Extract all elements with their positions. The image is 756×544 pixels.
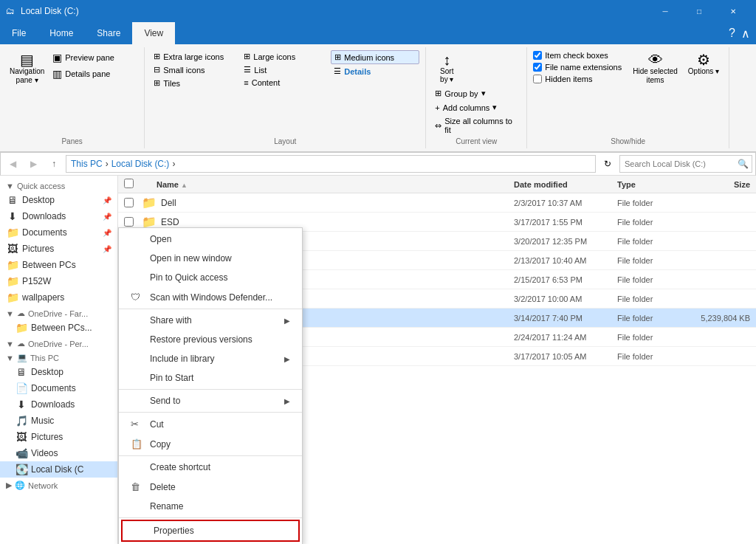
ctx-cut[interactable]: ✂Cut — [119, 414, 302, 434]
file-name-extensions-checkbox[interactable]: File name extensions — [533, 62, 622, 72]
help-icon[interactable]: ? — [729, 27, 735, 40]
options-button[interactable]: ⚙ Options ▾ — [684, 50, 723, 87]
onedrive1-header[interactable]: ▼ ☁ OneDrive - Far... — [0, 306, 117, 320]
delete-icon: 🗑 — [131, 481, 145, 492]
tab-view[interactable]: View — [132, 22, 175, 44]
content-button[interactable]: ≡Content — [241, 77, 329, 89]
sidebar-this-pc-desktop[interactable]: 🖥 Desktop — [0, 364, 117, 380]
sort-icon: ↕ — [443, 52, 450, 67]
col-name-header[interactable]: Name ▲ — [142, 180, 514, 189]
hide-selected-items-button[interactable]: 👁 Hide selecteditems — [629, 50, 681, 87]
large-icons-button[interactable]: ⊞Large icons — [241, 50, 329, 63]
tab-home[interactable]: Home — [38, 22, 85, 44]
list-button[interactable]: ☰List — [241, 63, 329, 76]
sidebar-item-pictures[interactable]: 🖼 Pictures 📌 — [0, 241, 117, 257]
medium-icons-button[interactable]: ⊞Medium icons — [331, 50, 419, 64]
maximize-button[interactable]: □ — [682, 0, 716, 22]
close-button[interactable]: ✕ — [716, 0, 750, 22]
row-date: 3/14/2017 7:40 PM — [514, 314, 617, 323]
address-path[interactable]: This PC › Local Disk (C:) › — [66, 155, 596, 173]
item-check-boxes-checkbox[interactable]: Item check boxes — [533, 50, 622, 61]
ctx-rename[interactable]: Rename — [119, 497, 302, 516]
minimize-button[interactable]: ─ — [648, 0, 682, 22]
ctx-pin-start[interactable]: Pin to Start — [119, 368, 302, 388]
path-this-pc[interactable]: This PC — [71, 159, 103, 169]
address-bar: ◀ ▶ ↑ This PC › Local Disk (C:) › ↻ 🔍 — [0, 152, 756, 176]
sidebar-item-between-pcs[interactable]: 📁 Between PCs — [0, 257, 117, 273]
search-input[interactable] — [620, 159, 734, 168]
ctx-restore-versions[interactable]: Restore previous versions — [119, 330, 302, 349]
this-pc-header[interactable]: ▼ 💻 This PC — [0, 350, 117, 364]
select-all-checkbox[interactable] — [124, 179, 134, 188]
sidebar-item-wallpapers[interactable]: 📁 wallpapers — [0, 289, 117, 306]
details-pane-button[interactable]: ▥ Details pane — [49, 66, 138, 81]
back-button[interactable]: ◀ — [4, 155, 21, 173]
folder-icon: 📁 — [6, 275, 19, 287]
row-type: File folder — [617, 237, 691, 246]
ctx-open-new-window[interactable]: Open in new window — [119, 249, 302, 268]
ctx-pin-quick-access[interactable]: Pin to Quick access — [119, 268, 302, 287]
ctx-share-with[interactable]: Share with▶ — [119, 311, 302, 330]
row-check[interactable] — [124, 198, 142, 207]
sidebar-this-pc-downloads[interactable]: ⬇ Downloads — [0, 396, 117, 413]
sidebar-this-pc-videos[interactable]: 📹 Videos — [0, 445, 117, 461]
onedrive2-header[interactable]: ▼ ☁ OneDrive - Per... — [0, 336, 117, 350]
sidebar-this-pc-documents[interactable]: 📄 Documents — [0, 380, 117, 396]
window-title: Local Disk (C:) — [21, 6, 648, 16]
sidebar-item-downloads[interactable]: ⬇ Downloads 📌 — [0, 208, 117, 224]
tiles-button[interactable]: ⊞Tiles — [151, 77, 239, 89]
hidden-items-input[interactable] — [533, 75, 542, 83]
row-check[interactable] — [124, 217, 142, 227]
sidebar-item-between-pcs-od[interactable]: 📁 Between PCs... — [0, 320, 117, 336]
add-columns-button[interactable]: +Add columns▾ — [432, 101, 520, 114]
quick-access-header[interactable]: ▼ Quick access — [0, 179, 117, 192]
details-button[interactable]: ☰Details — [331, 65, 419, 78]
small-icons-button[interactable]: ⊟Small icons — [151, 63, 239, 76]
tab-share[interactable]: Share — [85, 22, 132, 44]
sidebar-this-pc-local-disk[interactable]: 💽 Local Disk (C — [0, 461, 117, 478]
row-date: 3/17/2017 1:55 PM — [514, 218, 617, 227]
extra-large-icons-button[interactable]: ⊞Extra large icons — [151, 50, 239, 63]
forward-button[interactable]: ▶ — [24, 155, 42, 173]
sort-by-button[interactable]: ↕ Sortby ▾ — [432, 50, 461, 86]
row-type: File folder — [617, 218, 691, 227]
path-local-disk[interactable]: Local Disk (C:) — [111, 159, 170, 169]
downloads-icon: ⬇ — [15, 399, 28, 410]
ctx-send-to[interactable]: Send to▶ — [119, 391, 302, 410]
size-all-columns-button[interactable]: ⇔Size all columns to fit — [432, 115, 520, 136]
navigation-pane-button[interactable]: ▤ Navigationpane ▾ — [6, 50, 48, 87]
ctx-include-library[interactable]: Include in library▶ — [119, 349, 302, 368]
sidebar-this-pc-music[interactable]: 🎵 Music — [0, 413, 117, 429]
options-icon: ⚙ — [697, 52, 710, 67]
ctx-scan-defender[interactable]: 🛡Scan with Windows Defender... — [119, 287, 302, 307]
ctx-sep2 — [119, 389, 302, 390]
sidebar-item-desktop[interactable]: 🖥 Desktop 📌 — [0, 192, 117, 208]
col-size-header[interactable]: Size — [691, 180, 750, 189]
search-icon[interactable]: 🔍 — [734, 155, 752, 173]
ctx-properties[interactable]: Properties — [121, 520, 300, 542]
group-by-button[interactable]: ⊞Group by▾ — [432, 87, 520, 100]
up-button[interactable]: ↑ — [45, 155, 63, 173]
refresh-button[interactable]: ↻ — [599, 155, 616, 173]
sidebar-item-p152w[interactable]: 📁 P152W — [0, 273, 117, 289]
hidden-items-checkbox[interactable]: Hidden items — [533, 74, 622, 84]
ctx-copy[interactable]: 📋Copy — [119, 434, 302, 454]
item-check-boxes-input[interactable] — [533, 51, 542, 60]
sidebar-this-pc-pictures[interactable]: 🖼 Pictures — [0, 429, 117, 445]
file-name-extensions-input[interactable] — [533, 63, 542, 72]
sidebar-item-documents[interactable]: 📁 Documents 📌 — [0, 224, 117, 241]
tab-file[interactable]: File — [0, 22, 38, 44]
ctx-delete[interactable]: 🗑Delete — [119, 477, 302, 497]
downloads-icon: ⬇ — [6, 210, 19, 222]
ctx-open[interactable]: Open — [119, 230, 302, 249]
expand-ribbon-icon[interactable]: ∧ — [741, 27, 750, 41]
col-date-header[interactable]: Date modified — [514, 180, 617, 189]
preview-pane-button[interactable]: ▣ Preview pane — [49, 50, 138, 65]
submenu-arrow: ▶ — [284, 317, 290, 325]
table-row[interactable]: 📁Dell 2/3/2017 10:37 AM File folder — [118, 193, 756, 213]
onedrive2-icon: ☁ — [17, 339, 25, 348]
current-view-label: Current view — [432, 136, 520, 145]
col-type-header[interactable]: Type — [617, 180, 691, 189]
ctx-create-shortcut[interactable]: Create shortcut — [119, 458, 302, 477]
network-header[interactable]: ▶ 🌐 Network — [0, 478, 117, 492]
